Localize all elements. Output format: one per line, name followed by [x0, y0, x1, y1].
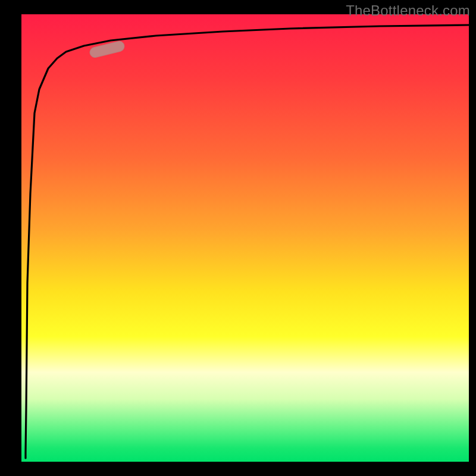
chart-frame: TheBottleneck.com [0, 0, 476, 476]
plot-area [21, 14, 469, 462]
watermark-label: TheBottleneck.com [346, 2, 470, 19]
